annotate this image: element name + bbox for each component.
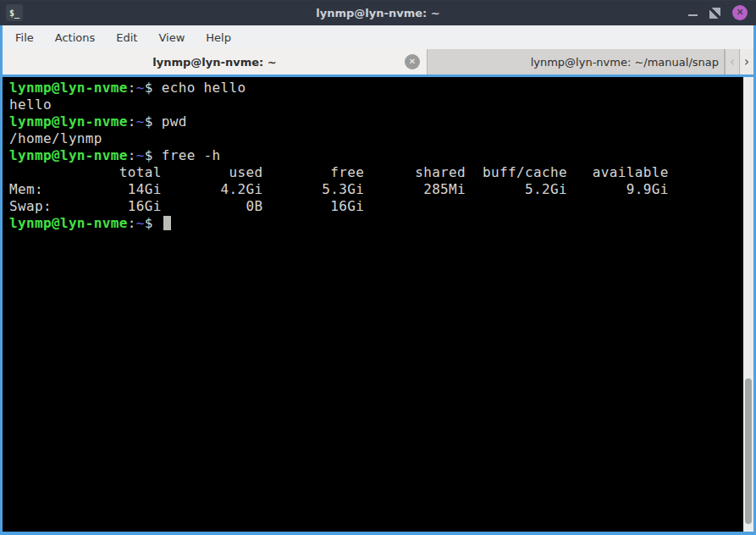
tab-label: lynmp@lyn-nvme: ~/manual/snap — [531, 56, 719, 69]
menu-bar: File Actions Edit View Help — [0, 25, 756, 49]
command-text: free -h — [162, 147, 221, 163]
prompt-path: ~ — [136, 113, 145, 130]
menu-actions[interactable]: Actions — [47, 28, 103, 47]
prompt-colon: : — [128, 80, 136, 96]
prompt-path: ~ — [136, 80, 145, 96]
tab-close-icon[interactable]: ✕ — [405, 54, 420, 69]
tab-bar: lynmp@lyn-nvme: ~ ✕ lynmp@lyn-nvme: ~/ma… — [0, 49, 756, 74]
prompt-dollar: $ — [145, 113, 162, 130]
scrollbar-thumb[interactable] — [745, 378, 752, 524]
terminal-area: lynmp@lyn-nvme:~$ echo hellohellolynmp@l… — [0, 77, 756, 532]
maximize-icon[interactable] — [709, 8, 720, 19]
prompt-dollar: $ — [145, 80, 162, 96]
command-text: echo hello — [162, 80, 246, 96]
output-text: Swap: 16Gi 0B 16Gi — [9, 198, 364, 214]
menu-edit[interactable]: Edit — [108, 28, 145, 47]
terminal-line: Swap: 16Gi 0B 16Gi — [9, 198, 743, 215]
output-text: Mem: 14Gi 4.2Gi 5.3Gi 285Mi 5.2Gi 9.9Gi — [9, 181, 669, 197]
terminal-line: lynmp@lyn-nvme:~$ pwd — [9, 113, 743, 130]
prompt-user-host: lynmp@lyn-nvme — [9, 215, 128, 231]
prompt-colon: : — [128, 113, 136, 130]
title-bar: $_ lynmp@lyn-nvme: ~ ✕ — [0, 0, 756, 25]
menu-view[interactable]: View — [151, 28, 192, 47]
prompt-user-host: lynmp@lyn-nvme — [9, 147, 128, 163]
tab-scroll-left-icon[interactable]: ‹ — [725, 49, 739, 74]
output-text: total used free shared buff/cache availa… — [9, 164, 669, 180]
command-text: pwd — [162, 113, 187, 130]
close-icon[interactable]: ✕ — [732, 5, 748, 20]
window-title: lynmp@lyn-nvme: ~ — [0, 7, 756, 19]
prompt-dollar: $ — [145, 147, 162, 163]
tab-scroll-right-icon[interactable]: › — [739, 49, 753, 74]
prompt-path: ~ — [136, 147, 145, 163]
terminal-app-icon[interactable]: $_ — [6, 4, 23, 21]
tab-manual-snap[interactable]: lynmp@lyn-nvme: ~/manual/snap — [428, 49, 725, 74]
tab-home-active[interactable]: lynmp@lyn-nvme: ~ ✕ — [3, 49, 428, 74]
terminal-line: total used free shared buff/cache availa… — [9, 164, 743, 181]
output-text: hello — [9, 97, 52, 113]
prompt-colon: : — [128, 215, 136, 231]
tab-label: lynmp@lyn-nvme: ~ — [152, 56, 276, 69]
prompt-user-host: lynmp@lyn-nvme — [9, 80, 128, 96]
menu-help[interactable]: Help — [198, 28, 239, 47]
terminal-window: $_ lynmp@lyn-nvme: ~ ✕ File Actions Edit… — [0, 0, 756, 535]
output-text: /home/lynmp — [9, 130, 102, 146]
terminal-line: lynmp@lyn-nvme:~$ free -h — [9, 147, 743, 164]
terminal-line: Mem: 14Gi 4.2Gi 5.3Gi 285Mi 5.2Gi 9.9Gi — [9, 181, 743, 198]
prompt-path: ~ — [136, 215, 145, 231]
tab-scrollers: ‹ › — [725, 49, 753, 74]
terminal-line: /home/lynmp — [9, 130, 743, 147]
prompt-user-host: lynmp@lyn-nvme — [9, 113, 128, 130]
menu-file[interactable]: File — [8, 28, 41, 47]
prompt-dollar: $ — [145, 215, 162, 231]
terminal-line: lynmp@lyn-nvme:~$ — [9, 215, 743, 232]
terminal-cursor — [163, 216, 171, 230]
terminal-line: lynmp@lyn-nvme:~$ echo hello — [9, 80, 743, 97]
prompt-colon: : — [128, 147, 136, 163]
scrollbar-track[interactable] — [743, 77, 753, 532]
terminal-lines[interactable]: lynmp@lyn-nvme:~$ echo hellohellolynmp@l… — [3, 77, 743, 532]
window-controls: ✕ — [688, 5, 756, 20]
minimize-icon[interactable] — [688, 14, 698, 16]
window-bottom-border — [0, 532, 756, 535]
terminal-line: hello — [9, 97, 743, 113]
